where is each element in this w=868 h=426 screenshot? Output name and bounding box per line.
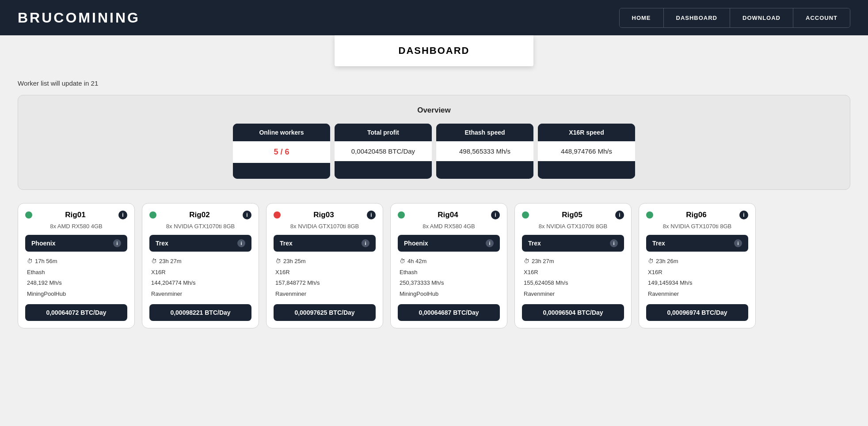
miner-bar-rig05: Trex i — [522, 235, 624, 252]
stat-online-workers-footer — [233, 163, 330, 179]
miner-info-icon-rig01[interactable]: i — [113, 239, 121, 247]
rig-hashrate-rig06: 149,145934 Mh/s — [648, 278, 746, 289]
miner-info-icon-rig02[interactable]: i — [237, 239, 245, 247]
rig-gpu-rig06: 8x NVIDIA GTX1070ti 8GB — [646, 223, 748, 230]
rig-uptime-rig02: 23h 27m — [159, 256, 182, 267]
rig-algorithm-rig03: X16R — [275, 267, 374, 278]
rig-hashrate-rig01: 248,192 Mh/s — [27, 278, 126, 289]
rig-profit-rig02: 0,00098221 BTC/Day — [149, 304, 251, 321]
rig-pool-rig04: MiningPoolHub — [400, 289, 498, 300]
nav-home[interactable]: HOME — [620, 8, 664, 27]
info-icon-rig03[interactable]: i — [367, 211, 376, 219]
logo: BRUCOMINING — [18, 10, 140, 26]
miner-info-icon-rig05[interactable]: i — [610, 239, 618, 247]
rig-card-rig04: Rig04 i 8x AMD RX580 4GB Phoenix i ⏱ 4h … — [390, 203, 507, 328]
clock-icon-rig02: ⏱ — [151, 256, 157, 267]
rig-profit-rig01: 0,00064072 BTC/Day — [25, 304, 127, 321]
overview-title: Overview — [31, 106, 837, 115]
info-icon-rig05[interactable]: i — [615, 211, 624, 219]
miner-bar-rig02: Trex i — [149, 235, 251, 252]
rig-header-rig04: Rig04 i — [398, 211, 500, 219]
clock-icon-rig03: ⏱ — [275, 256, 281, 267]
status-dot-rig04 — [398, 211, 405, 219]
rig-uptime-rig03: 23h 25m — [283, 256, 306, 267]
stat-x16r-speed-label: X16R speed — [538, 124, 635, 141]
rig-profit-rig05: 0,00096504 BTC/Day — [522, 304, 624, 321]
rig-profit-rig04: 0,00064687 BTC/Day — [398, 304, 500, 321]
rig-uptime-row-rig05: ⏱ 23h 27m — [524, 256, 622, 267]
miner-name-rig06: Trex — [652, 240, 665, 247]
rig-hashrate-rig02: 144,204774 Mh/s — [151, 278, 250, 289]
miner-name-rig03: Trex — [280, 240, 293, 247]
rig-uptime-rig05: 23h 27m — [532, 256, 554, 267]
overview-grid: Online workers 5 / 6 Total profit 0,0042… — [31, 124, 837, 179]
rig-algorithm-rig05: X16R — [524, 267, 622, 278]
miner-name-rig05: Trex — [528, 240, 541, 247]
stat-ethash-speed-value: 498,565333 Mh/s — [436, 141, 533, 161]
rig-name-rig05: Rig05 — [533, 211, 612, 219]
miner-bar-rig04: Phoenix i — [398, 235, 500, 252]
miner-name-rig02: Trex — [156, 240, 168, 247]
rig-name-rig02: Rig02 — [160, 211, 239, 219]
main-content: Worker list will update in 21 Overview O… — [0, 66, 868, 342]
rig-pool-rig06: Ravenminer — [648, 289, 746, 300]
rig-algorithm-rig04: Ethash — [400, 267, 498, 278]
miner-info-icon-rig06[interactable]: i — [734, 239, 742, 247]
rig-stats-rig02: ⏱ 23h 27m X16R 144,204774 Mh/s Ravenmine… — [149, 256, 251, 300]
stat-total-profit-footer — [335, 161, 432, 177]
stat-online-workers-label: Online workers — [233, 124, 330, 141]
info-icon-rig04[interactable]: i — [491, 211, 500, 219]
rig-gpu-rig05: 8x NVIDIA GTX1070ti 8GB — [522, 223, 624, 230]
rig-algorithm-rig02: X16R — [151, 267, 250, 278]
rig-uptime-rig04: 4h 42m — [407, 256, 426, 267]
rig-gpu-rig04: 8x AMD RX580 4GB — [398, 223, 500, 230]
rig-stats-rig03: ⏱ 23h 25m X16R 157,848772 Mh/s Ravenmine… — [274, 256, 376, 300]
rig-algorithm-rig06: X16R — [648, 267, 746, 278]
navigation: HOME DASHBOARD DOWNLOAD ACCOUNT — [619, 8, 851, 28]
stat-total-profit-label: Total profit — [335, 124, 432, 141]
rig-stats-rig06: ⏱ 23h 26m X16R 149,145934 Mh/s Ravenmine… — [646, 256, 748, 300]
stat-online-workers-value: 5 / 6 — [233, 141, 330, 163]
rig-algorithm-rig01: Ethash — [27, 267, 126, 278]
rig-uptime-row-rig04: ⏱ 4h 42m — [400, 256, 498, 267]
stat-total-profit: Total profit 0,00420458 BTC/Day — [335, 124, 432, 179]
stat-ethash-speed: Ethash speed 498,565333 Mh/s — [436, 124, 533, 179]
rig-stats-rig05: ⏱ 23h 27m X16R 155,624058 Mh/s Ravenmine… — [522, 256, 624, 300]
rig-header-rig01: Rig01 i — [25, 211, 127, 219]
rig-card-rig06: Rig06 i 8x NVIDIA GTX1070ti 8GB Trex i ⏱… — [639, 203, 756, 328]
miner-info-icon-rig04[interactable]: i — [486, 239, 494, 247]
rigs-grid: Rig01 i 8x AMD RX580 4GB Phoenix i ⏱ 17h… — [18, 203, 850, 328]
nav-download[interactable]: DOWNLOAD — [730, 8, 793, 27]
rig-header-rig06: Rig06 i — [646, 211, 748, 219]
rig-gpu-rig02: 8x NVIDIA GTX1070ti 8GB — [149, 223, 251, 230]
info-icon-rig01[interactable]: i — [118, 211, 127, 219]
rig-stats-rig01: ⏱ 17h 56m Ethash 248,192 Mh/s MiningPool… — [25, 256, 127, 300]
miner-name-rig04: Phoenix — [404, 240, 428, 247]
stat-x16r-speed: X16R speed 448,974766 Mh/s — [538, 124, 635, 179]
overview-card: Overview Online workers 5 / 6 Total prof… — [18, 95, 850, 190]
status-dot-rig01 — [25, 211, 32, 219]
rig-name-rig03: Rig03 — [284, 211, 363, 219]
rig-profit-rig06: 0,00096974 BTC/Day — [646, 304, 748, 321]
stat-online-workers: Online workers 5 / 6 — [233, 124, 330, 179]
clock-icon-rig06: ⏱ — [648, 256, 654, 267]
rig-profit-rig03: 0,00097625 BTC/Day — [274, 304, 376, 321]
nav-dashboard[interactable]: DASHBOARD — [664, 8, 731, 27]
rig-card-rig05: Rig05 i 8x NVIDIA GTX1070ti 8GB Trex i ⏱… — [514, 203, 632, 328]
rig-hashrate-rig04: 250,373333 Mh/s — [400, 278, 498, 289]
rig-hashrate-rig05: 155,624058 Mh/s — [524, 278, 622, 289]
clock-icon-rig05: ⏱ — [524, 256, 529, 267]
miner-bar-rig06: Trex i — [646, 235, 748, 252]
rig-pool-rig02: Ravenminer — [151, 289, 250, 300]
status-dot-rig05 — [522, 211, 529, 219]
rig-stats-rig04: ⏱ 4h 42m Ethash 250,373333 Mh/s MiningPo… — [398, 256, 500, 300]
nav-account[interactable]: ACCOUNT — [793, 8, 850, 27]
rig-hashrate-rig03: 157,848772 Mh/s — [275, 278, 374, 289]
info-icon-rig06[interactable]: i — [739, 211, 748, 219]
miner-info-icon-rig03[interactable]: i — [362, 239, 369, 247]
rig-uptime-row-rig06: ⏱ 23h 26m — [648, 256, 746, 267]
rig-name-rig01: Rig01 — [36, 211, 115, 219]
status-dot-rig06 — [646, 211, 653, 219]
info-icon-rig02[interactable]: i — [243, 211, 251, 219]
stat-total-profit-value: 0,00420458 BTC/Day — [335, 141, 432, 161]
